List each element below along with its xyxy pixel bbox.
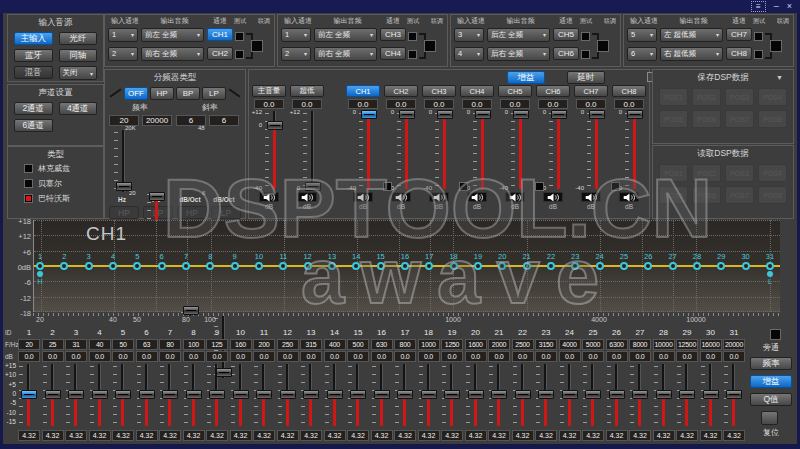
eq-point-25[interactable]: [620, 262, 628, 270]
band-slider-thumb[interactable]: [562, 390, 578, 399]
band-slider-1[interactable]: [18, 364, 40, 426]
eq-point-17[interactable]: [425, 262, 433, 270]
bessel-checkbox[interactable]: [24, 179, 33, 188]
band-freq-value[interactable]: 50: [112, 339, 134, 350]
band-slider-23[interactable]: [535, 364, 557, 426]
strip-button-CH1[interactable]: CH1: [346, 85, 380, 97]
strip-button-主音量[interactable]: 主音量: [252, 85, 286, 97]
band-db-value[interactable]: 0.0: [465, 351, 487, 362]
strip-slider[interactable]: [263, 111, 286, 189]
channel-button-ch2[interactable]: CH2: [207, 47, 233, 60]
main-input-button[interactable]: 主输入: [14, 32, 53, 45]
band-q-value[interactable]: 4.32: [465, 430, 487, 441]
slope-high-value[interactable]: 6: [209, 115, 239, 126]
strip-slider[interactable]: [357, 111, 380, 189]
strip-slider[interactable]: [623, 111, 646, 189]
delay-tab[interactable]: 延时: [567, 71, 605, 84]
strip-value[interactable]: 0.0: [292, 99, 322, 109]
band-db-value[interactable]: 0.0: [183, 351, 205, 362]
band-slider-26[interactable]: [606, 364, 628, 426]
eq-point-18[interactable]: [450, 262, 458, 270]
output-audio-select[interactable]: 前左 全频▾: [141, 28, 204, 42]
band-freq-value[interactable]: 8000: [629, 339, 651, 350]
band-slider-thumb[interactable]: [656, 390, 672, 399]
band-db-value[interactable]: 0.0: [206, 351, 228, 362]
save-dropdown-icon[interactable]: ▼: [776, 74, 783, 81]
band-q-value[interactable]: 4.32: [394, 430, 416, 441]
output-audio-select[interactable]: 后右 全频▾: [487, 47, 550, 61]
band-db-value[interactable]: 0.0: [371, 351, 393, 362]
channel-button-ch8[interactable]: CH8: [726, 47, 752, 60]
band-q-value[interactable]: 4.32: [324, 430, 346, 441]
band-slider-10[interactable]: [230, 364, 252, 426]
eq-point-20[interactable]: [498, 262, 506, 270]
band-q-value[interactable]: 4.32: [65, 430, 87, 441]
band-freq-value[interactable]: 4000: [559, 339, 581, 350]
strip-slider[interactable]: [301, 111, 324, 189]
strip-value[interactable]: 0.0: [538, 99, 568, 109]
band-slider-14[interactable]: [324, 364, 346, 426]
band-q-value[interactable]: 4.32: [535, 430, 557, 441]
minimize-icon[interactable]: –: [774, 2, 779, 11]
eq-point-13[interactable]: [328, 262, 336, 270]
band-slider-13[interactable]: [300, 364, 322, 426]
input-channel-select[interactable]: 6▾: [627, 47, 657, 61]
channel-button-ch6[interactable]: CH6: [553, 47, 579, 60]
input-channel-select[interactable]: 2▾: [108, 47, 138, 61]
band-freq-value[interactable]: 12500: [676, 339, 698, 350]
band-slider-thumb[interactable]: [327, 390, 343, 399]
eq-point-14[interactable]: [352, 262, 360, 270]
band-slider-7[interactable]: [159, 364, 181, 426]
mute-button[interactable]: [619, 192, 639, 202]
eq-point-31[interactable]: [766, 262, 774, 270]
slider-thumb[interactable]: [475, 110, 491, 119]
output-audio-select[interactable]: 前右 全频▾: [314, 47, 377, 61]
output-audio-select[interactable]: 前左 全频▾: [314, 28, 377, 42]
band-db-value[interactable]: 0.0: [535, 351, 557, 362]
band-q-value[interactable]: 4.32: [559, 430, 581, 441]
band-db-value[interactable]: 0.0: [136, 351, 158, 362]
band-q-value[interactable]: 4.32: [300, 430, 322, 441]
band-q-value[interactable]: 4.32: [347, 430, 369, 441]
band-freq-value[interactable]: 250: [277, 339, 299, 350]
strip-button-CH5[interactable]: CH5: [498, 85, 532, 97]
band-q-value[interactable]: 4.32: [42, 430, 64, 441]
band-db-value[interactable]: 0.0: [653, 351, 675, 362]
band-slider-4[interactable]: [89, 364, 111, 426]
eq-point-21[interactable]: [523, 262, 531, 270]
strip-button-CH7[interactable]: CH7: [574, 85, 608, 97]
band-freq-value[interactable]: 160: [230, 339, 252, 350]
band-freq-value[interactable]: 630: [371, 339, 393, 350]
band-slider-3[interactable]: [65, 364, 87, 426]
channel-button-ch1[interactable]: CH1: [207, 28, 233, 41]
slider-thumb[interactable]: [513, 110, 529, 119]
eq-point-8[interactable]: [206, 262, 214, 270]
band-slider-thumb[interactable]: [444, 390, 460, 399]
band-db-value[interactable]: 0.0: [723, 351, 745, 362]
gain-tab[interactable]: 增益: [507, 71, 545, 84]
band-slider-thumb[interactable]: [632, 390, 648, 399]
band-freq-value[interactable]: 80: [159, 339, 181, 350]
band-freq-value[interactable]: 25: [42, 339, 64, 350]
strip-value[interactable]: 0.0: [386, 99, 416, 109]
band-db-value[interactable]: 0.0: [559, 351, 581, 362]
mute-button[interactable]: [505, 192, 525, 202]
band-freq-value[interactable]: 1000: [418, 339, 440, 350]
freq-mode-button[interactable]: 频率: [750, 357, 792, 370]
eq-point-2[interactable]: [60, 262, 68, 270]
slider-thumb[interactable]: [589, 110, 605, 119]
pair-link-checkbox[interactable]: [383, 182, 392, 191]
band-freq-value[interactable]: 125: [206, 339, 228, 350]
band-db-value[interactable]: 0.0: [394, 351, 416, 362]
band-q-value[interactable]: 4.32: [206, 430, 228, 441]
band-slider-31[interactable]: [723, 364, 745, 426]
crossover-mode-off[interactable]: OFF: [124, 87, 148, 100]
band-freq-value[interactable]: 1250: [441, 339, 463, 350]
eq-point-12[interactable]: [304, 262, 312, 270]
slider-thumb[interactable]: [216, 368, 232, 377]
eq-point-16[interactable]: [401, 262, 409, 270]
band-q-value[interactable]: 4.32: [277, 430, 299, 441]
eq-point-26[interactable]: [644, 262, 652, 270]
band-q-value[interactable]: 4.32: [653, 430, 675, 441]
strip-slider[interactable]: [509, 111, 532, 189]
